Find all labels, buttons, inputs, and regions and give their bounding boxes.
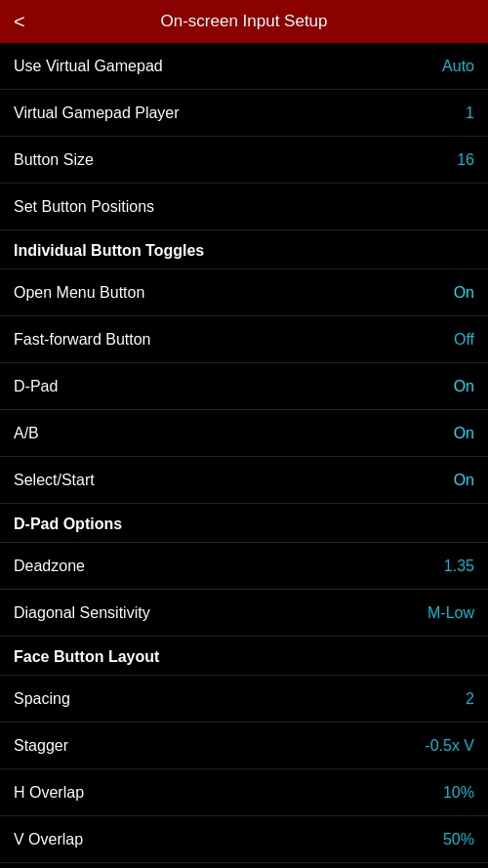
row-value: 2	[466, 690, 474, 708]
row-label: Fast-forward Button	[14, 331, 151, 349]
section-header: Individual Button Toggles	[0, 230, 488, 269]
settings-row[interactable]: Virtual Gamepad Player1	[0, 90, 488, 137]
row-label: V Overlap	[14, 831, 83, 848]
settings-row[interactable]: Open Menu ButtonOn	[0, 269, 488, 316]
row-value: On	[454, 425, 474, 442]
settings-row[interactable]: A/BOn	[0, 410, 488, 457]
back-button[interactable]: <	[14, 11, 25, 33]
header-title: On-screen Input Setup	[14, 12, 474, 31]
settings-row[interactable]: Set Button Positions	[0, 184, 488, 230]
row-label: Open Menu Button	[14, 284, 144, 302]
settings-row[interactable]: D-PadOn	[0, 363, 488, 410]
row-value: 10%	[443, 784, 474, 802]
settings-row[interactable]: Fast-forward ButtonOff	[0, 316, 488, 363]
row-label: Virtual Gamepad Player	[14, 104, 180, 122]
row-label: Button Size	[14, 151, 94, 169]
row-label: A/B	[14, 425, 39, 442]
section-header: Other Options	[0, 863, 488, 868]
row-label: Spacing	[14, 690, 70, 708]
settings-row[interactable]: Diagonal SensitivityM-Low	[0, 590, 488, 637]
row-value: -0.5x V	[425, 737, 474, 755]
settings-list: Use Virtual GamepadAutoVirtual Gamepad P…	[0, 43, 488, 868]
settings-row[interactable]: Button Size16	[0, 137, 488, 184]
settings-row[interactable]: H Overlap10%	[0, 769, 488, 816]
section-header: Face Button Layout	[0, 637, 488, 676]
section-header-label: Individual Button Toggles	[14, 242, 204, 259]
settings-row[interactable]: Use Virtual GamepadAuto	[0, 43, 488, 90]
row-value: On	[454, 378, 474, 395]
row-value: M-Low	[427, 604, 474, 622]
settings-row[interactable]: Spacing2	[0, 676, 488, 723]
row-label: D-Pad	[14, 378, 58, 395]
row-label: Deadzone	[14, 558, 85, 575]
row-label: H Overlap	[14, 784, 84, 802]
row-value: 16	[457, 151, 474, 169]
row-value: 1.35	[444, 558, 474, 575]
row-label: Select/Start	[14, 472, 95, 489]
row-value: On	[454, 284, 474, 302]
row-label: Stagger	[14, 737, 68, 755]
row-value: On	[454, 472, 474, 489]
row-label: Use Virtual Gamepad	[14, 58, 163, 75]
section-header-label: D-Pad Options	[14, 516, 122, 532]
settings-row[interactable]: V Overlap50%	[0, 816, 488, 863]
row-value: 50%	[443, 831, 474, 848]
section-header: D-Pad Options	[0, 504, 488, 543]
row-label: Diagonal Sensitivity	[14, 604, 150, 622]
settings-row[interactable]: Deadzone1.35	[0, 543, 488, 590]
row-value: 1	[466, 104, 474, 122]
header: < On-screen Input Setup	[0, 0, 488, 43]
section-header-label: Face Button Layout	[14, 648, 159, 665]
row-value: Off	[454, 331, 474, 349]
row-value: Auto	[442, 58, 474, 75]
row-label: Set Button Positions	[14, 198, 154, 216]
settings-row[interactable]: Stagger-0.5x V	[0, 723, 488, 769]
settings-row[interactable]: Select/StartOn	[0, 457, 488, 504]
